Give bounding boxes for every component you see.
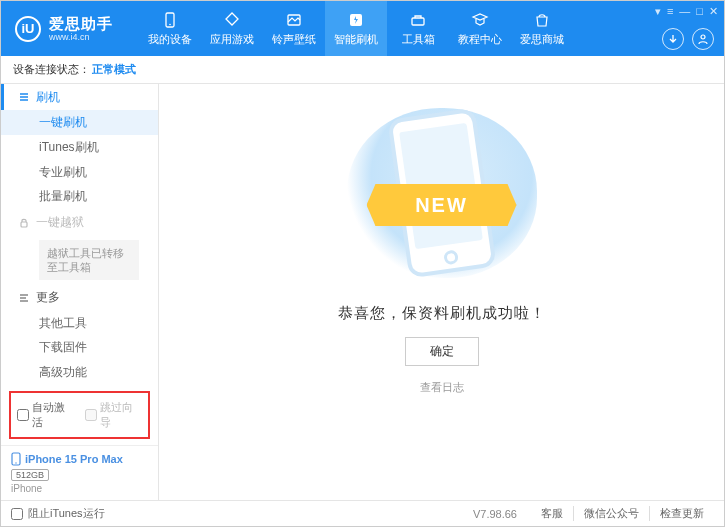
list-icon [18,91,30,103]
user-button[interactable] [692,28,714,50]
svg-rect-6 [21,222,27,227]
sidebar-section-flash[interactable]: 刷机 [1,84,158,110]
skip-guide-checkbox[interactable]: 跳过向导 [85,400,143,430]
menu-icon[interactable]: ≡ [667,5,673,18]
sidebar-item-batch-flash[interactable]: 批量刷机 [1,185,158,210]
jailbreak-moved-note: 越狱工具已转移至工具箱 [39,240,139,281]
app-version: V7.98.66 [473,508,517,520]
nav-toolbox[interactable]: 工具箱 [387,1,449,56]
footer-link-support[interactable]: 客服 [531,506,573,521]
success-illustration: NEW [342,98,542,288]
device-type: iPhone [11,483,148,494]
status-value: 正常模式 [92,62,136,77]
apps-icon [223,11,241,29]
nav-apps-games[interactable]: 应用游戏 [201,1,263,56]
nav-my-device[interactable]: 我的设备 [139,1,201,56]
ok-button[interactable]: 确定 [405,337,479,366]
svg-point-5 [701,35,705,39]
nav-store[interactable]: 爱思商城 [511,1,573,56]
sidebar-item-advanced[interactable]: 高级功能 [1,360,158,385]
nav-tutorials[interactable]: 教程中心 [449,1,511,56]
sidebar-item-other-tools[interactable]: 其他工具 [1,311,158,336]
toolbox-icon [409,11,427,29]
app-name: 爱思助手 [49,16,113,31]
device-icon [161,11,179,29]
sidebar-section-more[interactable]: 更多 [1,284,158,310]
footer-link-update[interactable]: 检查更新 [649,506,714,521]
main-content: NEW 恭喜您，保资料刷机成功啦！ 确定 查看日志 [159,84,724,500]
flash-options-box: 自动激活 跳过向导 [9,391,150,439]
footer-bar: 阻止iTunes运行 V7.98.66 客服 微信公众号 检查更新 [1,500,724,526]
svg-point-1 [169,23,171,25]
device-capacity: 512GB [11,469,49,481]
download-button[interactable] [662,28,684,50]
sidebar-item-oneclick-flash[interactable]: 一键刷机 [1,110,158,135]
svg-point-8 [15,462,16,463]
sidebar-item-pro-flash[interactable]: 专业刷机 [1,160,158,185]
footer-link-wechat[interactable]: 微信公众号 [573,506,649,521]
sidebar-item-itunes-flash[interactable]: iTunes刷机 [1,135,158,160]
svg-rect-4 [412,18,424,25]
close-icon[interactable]: ✕ [709,5,718,18]
store-icon [533,11,551,29]
device-status-bar: 设备连接状态： 正常模式 [1,56,724,84]
sidebar: 刷机 一键刷机 iTunes刷机 专业刷机 批量刷机 一键越狱 越狱工具已转移至… [1,84,159,500]
more-icon [18,292,30,304]
nav-smart-flash[interactable]: 智能刷机 [325,1,387,56]
wallpaper-icon [285,11,303,29]
minimize-icon[interactable]: — [679,5,690,18]
logo-icon: iU [15,16,41,42]
success-message: 恭喜您，保资料刷机成功啦！ [338,304,546,323]
maximize-icon[interactable]: □ [696,5,703,18]
auto-activate-checkbox[interactable]: 自动激活 [17,400,75,430]
new-ribbon: NEW [367,184,517,226]
nav-ringtone-wallpaper[interactable]: 铃声壁纸 [263,1,325,56]
lock-icon [18,217,30,229]
app-website: www.i4.cn [49,33,113,42]
tutorial-icon [471,11,489,29]
device-name: iPhone 15 Pro Max [25,453,123,465]
sidebar-section-jailbreak[interactable]: 一键越狱 [1,209,158,235]
logo: iU 爱思助手 www.i4.cn [1,16,127,42]
window-controls: ▾ ≡ — □ ✕ [655,5,718,18]
flash-icon [347,11,365,29]
connected-device[interactable]: iPhone 15 Pro Max 512GB iPhone [1,445,158,500]
top-nav: 我的设备 应用游戏 铃声壁纸 智能刷机 工具箱 教程中心 [139,1,573,56]
status-label: 设备连接状态： [13,62,90,77]
app-header: iU 爱思助手 www.i4.cn 我的设备 应用游戏 铃声壁纸 智能刷机 [1,1,724,56]
view-log-link[interactable]: 查看日志 [420,380,464,395]
block-itunes-checkbox[interactable]: 阻止iTunes运行 [11,506,105,521]
phone-icon [11,452,21,466]
sidebar-item-download-firmware[interactable]: 下载固件 [1,336,158,361]
dropdown-icon[interactable]: ▾ [655,5,661,18]
